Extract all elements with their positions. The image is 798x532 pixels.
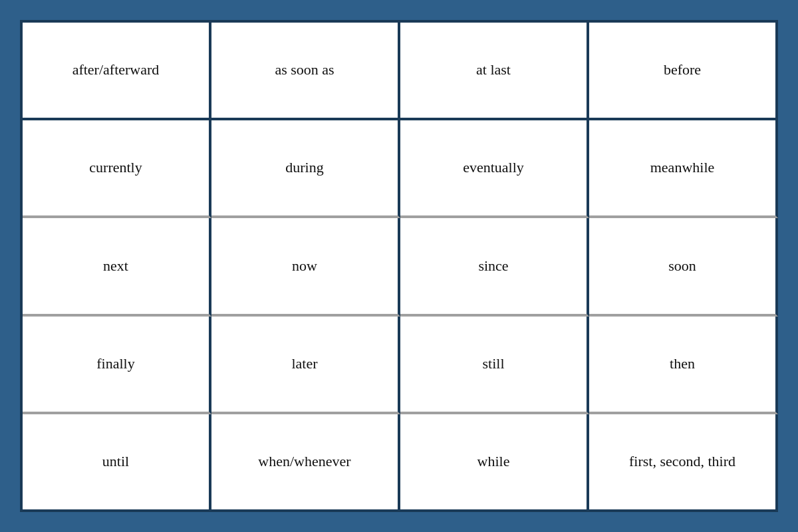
grid-cell-during: during <box>211 120 400 218</box>
grid-cell-since: since <box>400 218 589 316</box>
grid-cell-until: until <box>23 414 211 512</box>
grid-cell-when-whenever: when/whenever <box>211 414 400 512</box>
grid-cell-still: still <box>400 317 589 414</box>
grid-cell-next: next <box>23 218 211 316</box>
grid-cell-before: before <box>589 23 778 120</box>
grid-cell-after-afterward: after/afterward <box>23 23 211 120</box>
grid-cell-while: while <box>400 414 589 512</box>
grid-cell-at-last: at last <box>400 23 589 120</box>
grid-cell-soon: soon <box>589 218 778 316</box>
grid-cell-meanwhile: meanwhile <box>589 120 778 218</box>
page-container: after/afterwardas soon asat lastbeforecu… <box>13 13 785 519</box>
grid-cell-finally: finally <box>23 317 211 414</box>
grid-cell-eventually: eventually <box>400 120 589 218</box>
grid-cell-then: then <box>589 317 778 414</box>
grid-cell-later: later <box>211 317 400 414</box>
word-grid: after/afterwardas soon asat lastbeforecu… <box>20 20 778 512</box>
grid-cell-now: now <box>211 218 400 316</box>
grid-cell-currently: currently <box>23 120 211 218</box>
grid-cell-as-soon-as: as soon as <box>211 23 400 120</box>
grid-cell-first-second-third: first, second, third <box>589 414 778 512</box>
